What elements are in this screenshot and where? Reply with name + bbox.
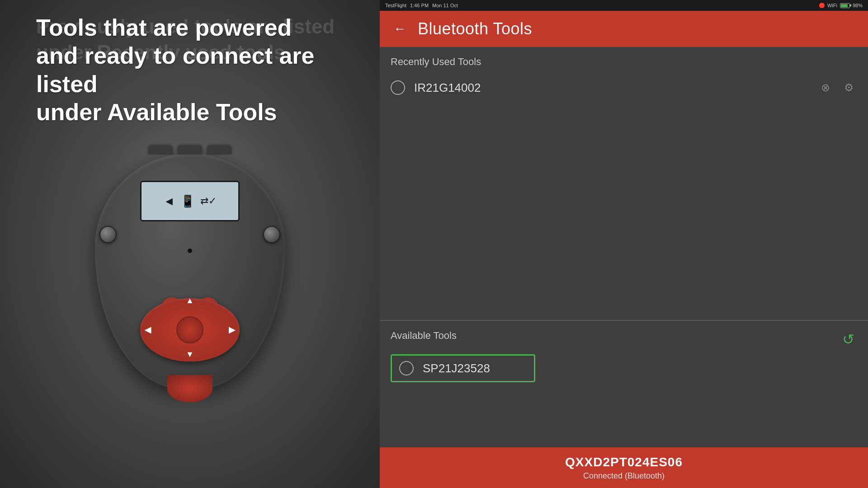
dpad-oval[interactable]: ▲ ▼ ◀ ▶ bbox=[140, 298, 240, 361]
wifi-icon: WiFi bbox=[827, 3, 837, 8]
section-available-tools: Available Tools ↻ SP21J23528 bbox=[380, 321, 868, 447]
back-arrow-icon: ← bbox=[393, 22, 406, 36]
refresh-button[interactable]: ↻ bbox=[839, 330, 857, 348]
connected-device-name: QXXD2PT024ES06 bbox=[565, 455, 683, 469]
remove-icon: ⊗ bbox=[821, 81, 830, 94]
left-panel: Previously used tools are listedunder Re… bbox=[0, 0, 380, 488]
bump-1 bbox=[148, 145, 173, 155]
top-bumps bbox=[148, 145, 232, 155]
status-right: WiFi 98% bbox=[819, 3, 863, 8]
dpad-area: ✕ ✓ ▲ ▼ ◀ ▶ bbox=[136, 289, 244, 361]
bump-3 bbox=[207, 145, 232, 155]
battery-fill bbox=[841, 4, 848, 7]
arrow-left-icon: ◄ bbox=[163, 194, 175, 208]
tool-name-sp21j23528: SP21J23528 bbox=[423, 361, 527, 375]
dpad-up-arrow: ▲ bbox=[186, 296, 194, 305]
status-time: 1:46 PM bbox=[410, 3, 429, 8]
screen-content: ◄ 📱 ⇄✓ bbox=[163, 194, 217, 208]
transfer-check-icon: ⇄✓ bbox=[200, 195, 217, 207]
status-left: TestFlight 1:46 PM Mon 11 Oct bbox=[385, 3, 458, 8]
dpad-center bbox=[176, 316, 203, 343]
status-bar: TestFlight 1:46 PM Mon 11 Oct WiFi 98% bbox=[380, 0, 868, 11]
device-body: ◄ 📱 ⇄✓ ✕ ✓ ▲ ▼ ◀ ▶ bbox=[95, 154, 285, 389]
tool-actions-ir21g14002: ⊗ ⚙ bbox=[817, 80, 857, 96]
connected-status: Connected (Bluetooth) bbox=[583, 471, 665, 481]
right-panel: TestFlight 1:46 PM Mon 11 Oct WiFi 98% ←… bbox=[380, 0, 868, 488]
record-indicator bbox=[819, 3, 825, 8]
refresh-icon: ↻ bbox=[842, 331, 854, 348]
app-content: Recently Used Tools IR21G14002 ⊗ ⚙ Avail bbox=[380, 47, 868, 447]
connected-bar: QXXD2PT024ES06 Connected (Bluetooth) bbox=[380, 447, 868, 488]
header-title: Bluetooth Tools bbox=[418, 19, 532, 38]
screw-right bbox=[263, 226, 280, 243]
status-app-name: TestFlight bbox=[385, 3, 406, 8]
available-tool-highlight-box[interactable]: SP21J23528 bbox=[391, 354, 535, 382]
remove-tool-button[interactable]: ⊗ bbox=[817, 80, 834, 96]
back-button[interactable]: ← bbox=[391, 20, 409, 38]
status-date: Mon 11 Oct bbox=[432, 3, 458, 8]
battery-percentage: 98% bbox=[853, 3, 863, 8]
tool-radio-sp21j23528[interactable] bbox=[399, 361, 414, 375]
app-header: ← Bluetooth Tools bbox=[380, 11, 868, 47]
battery-icon bbox=[840, 3, 850, 8]
device-red-bottom bbox=[167, 375, 212, 402]
device-screen: ◄ 📱 ⇄✓ bbox=[140, 181, 240, 221]
screw-left bbox=[99, 226, 117, 243]
bump-2 bbox=[178, 145, 203, 155]
dpad-right-arrow: ▶ bbox=[229, 325, 235, 335]
phone-icon: 📱 bbox=[180, 194, 195, 208]
mic-hole bbox=[188, 249, 192, 253]
section-recently-used: Recently Used Tools IR21G14002 ⊗ ⚙ bbox=[380, 47, 868, 320]
tool-radio-ir21g14002[interactable] bbox=[391, 80, 405, 95]
recently-used-title: Recently Used Tools bbox=[391, 56, 857, 68]
overlay-main-text: Tools that are poweredand ready to conne… bbox=[36, 14, 380, 127]
recently-used-tool-item: IR21G14002 ⊗ ⚙ bbox=[391, 75, 857, 100]
available-tools-header-row: Available Tools ↻ bbox=[391, 330, 857, 349]
settings-icon: ⚙ bbox=[844, 81, 854, 94]
available-tools-title: Available Tools bbox=[391, 330, 457, 342]
settings-tool-button[interactable]: ⚙ bbox=[841, 80, 857, 96]
overlay-text-container: Previously used tools are listedunder Re… bbox=[36, 14, 380, 127]
dpad-down-arrow: ▼ bbox=[186, 350, 194, 359]
dpad-left-arrow: ◀ bbox=[145, 325, 151, 335]
tool-name-ir21g14002: IR21G14002 bbox=[414, 81, 808, 95]
